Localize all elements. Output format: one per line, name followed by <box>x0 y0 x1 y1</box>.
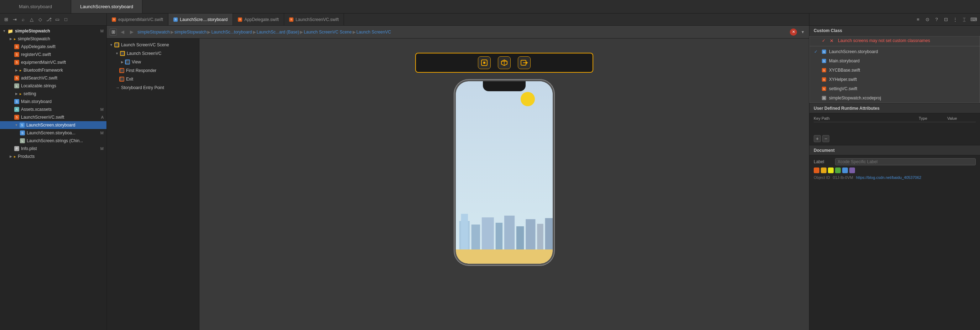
breadcrumb-item-6[interactable]: Launch ScreenVC <box>356 30 391 35</box>
breadcrumb-item-2[interactable]: simpleStopwatch <box>175 30 207 35</box>
forward-btn[interactable]: ▶ <box>128 29 135 36</box>
breadcrumb-item-1[interactable]: simpleStopwatch <box>137 30 170 35</box>
dropdown-item-settingvc[interactable]: S settingVC.swift <box>810 84 980 93</box>
right-icon-toggle[interactable]: ⊡ <box>942 16 950 23</box>
sidebar-item-launchscreen-strings[interactable]: L LaunchScreen.strings (Chin... <box>0 137 107 145</box>
file-tab-equipment[interactable]: S equipmentMainVC.swift <box>107 14 169 25</box>
dropdown-item-warning[interactable]: ✓ ✕ Launch screens may not set custom cl… <box>810 36 980 45</box>
sidebar-icon-diamond[interactable]: ◇ <box>37 16 43 23</box>
storyboard-canvas[interactable] <box>199 38 809 330</box>
right-icon-code[interactable]: ⌨ <box>970 16 977 23</box>
sidebar-icon-branch[interactable]: ⎇ <box>46 16 52 23</box>
dropdown-item-xyhelper[interactable]: S XYHelper.swift <box>810 75 980 84</box>
right-icon-list[interactable]: ≡ <box>915 16 921 23</box>
chevron-down-breadcrumb[interactable]: ▾ <box>799 29 806 36</box>
back-btn[interactable]: ◀ <box>119 29 126 36</box>
triangle-group <box>8 37 13 41</box>
color-dot-green[interactable] <box>835 167 841 173</box>
close-btn-breadcrumb[interactable]: ✕ <box>790 29 797 36</box>
phone-bottom <box>456 249 553 264</box>
sidebar-item-root[interactable]: 📁 simpleStopwatch M <box>0 27 107 35</box>
file-icon-xyhelper: S <box>822 77 826 81</box>
tab-label-launchscreenvc: LaunchScreenVC.swift <box>296 17 339 22</box>
info-plist-badge: M <box>100 147 103 151</box>
sidebar-item-products[interactable]: ▸ Products <box>0 153 107 160</box>
color-dot-yellow[interactable] <box>821 167 827 173</box>
grid-icon-toolbar[interactable]: ⊞ <box>110 29 117 36</box>
buildings-svg <box>456 207 553 249</box>
attr-rows-empty <box>814 122 976 133</box>
sidebar-item-info-plist[interactable]: P Info.plist M <box>0 145 107 153</box>
sidebar-item-equipmentmainvc[interactable]: S equipmentMainVC.swift <box>0 59 107 66</box>
sidebar-item-addsearch[interactable]: S addSearchVC.swift <box>0 74 107 82</box>
sidebar-item-launchscreen-base[interactable]: S LaunchScreen.storyboa... M <box>0 129 107 137</box>
object-id-row: Object ID 01J-Ib-0VM https://blog.csdn.n… <box>814 175 976 180</box>
dropdown-item-launchscreen[interactable]: S LaunchScreen.storyboard <box>810 47 980 56</box>
scene-label-entry: Storyboard Entry Point <box>121 85 164 90</box>
file-tab-launchscreen[interactable]: S LaunchScre....storyboard <box>169 14 233 25</box>
sidebar-item-setting[interactable]: ▸ setting <box>0 90 107 98</box>
sidebar-icon-grid[interactable]: ⊞ <box>3 16 9 23</box>
swift-icon-addsearch: S <box>14 75 19 81</box>
device-icon-square[interactable] <box>478 56 491 69</box>
dropdown-item-main[interactable]: S Main.storyboard <box>810 56 980 65</box>
tab-icon-equipment: S <box>112 18 116 22</box>
sidebar-item-main-storyboard[interactable]: S Main.storyboard <box>0 98 107 105</box>
scene-item-first-responder[interactable]: ▶ ⬛ First Responder <box>107 66 199 75</box>
sidebar-item-appdelegate[interactable]: S AppDelegate.swift <box>0 43 107 51</box>
device-icon-arrow[interactable] <box>518 56 531 69</box>
scene-item-view[interactable]: ▶ ⬛ View <box>107 58 199 66</box>
tab-main-storyboard[interactable]: Main.storyboard <box>0 0 71 13</box>
attr-remove-btn[interactable]: − <box>822 135 829 142</box>
sidebar-item-localizable[interactable]: L Localizable.strings <box>0 82 107 90</box>
file-tab-launchscreenvc[interactable]: S LaunchScreenVC.swift <box>284 14 344 25</box>
right-icon-align[interactable]: ⌶ <box>961 16 968 23</box>
sidebar-item-assets[interactable]: A Assets.xcassets M <box>0 105 107 113</box>
scene-item-entry-point[interactable]: → Storyboard Entry Point <box>107 83 199 92</box>
dd-label-xycbbase: XYCBBase.swift <box>829 68 860 73</box>
breadcrumb-item-3[interactable]: LaunchSc...toryboard <box>211 30 252 35</box>
warning-text: Launch screens may not set custom classn… <box>838 38 930 43</box>
file-tab-appdelegate[interactable]: S AppDelegate.swift <box>233 14 284 25</box>
breadcrumb-item-5[interactable]: Launch ScreenVC Scene <box>304 30 352 35</box>
sidebar-icon-search[interactable]: ⌕ <box>20 16 26 23</box>
dropdown-item-xycbbase[interactable]: S XYCBBase.swift <box>810 65 980 75</box>
scene-label-view: View <box>132 59 141 64</box>
file-icon-settingvc: S <box>822 87 826 91</box>
sidebar-item-bluetooth[interactable]: ▸ BluetoothFramework <box>0 66 107 74</box>
right-icon-circle[interactable]: ⊙ <box>924 16 931 23</box>
scene-triangle-scene: ▼ <box>110 43 113 47</box>
tab-launch-storyboard[interactable]: LaunchScreen.storyboard <box>71 0 142 13</box>
sidebar-item-launchscreen-storyboard[interactable]: S LaunchScreen.storyboard <box>0 121 107 129</box>
right-icon-question[interactable]: ? <box>933 16 940 23</box>
color-dot-orange[interactable] <box>814 167 819 173</box>
color-dot-purple[interactable] <box>849 167 855 173</box>
scene-item-exit[interactable]: ▶ ⬛ Exit <box>107 75 199 83</box>
sidebar-icon-square[interactable]: □ <box>63 16 69 23</box>
sidebar-item-launchscreenvc[interactable]: S LaunchScreenVC.swift A <box>0 113 107 121</box>
scene-item-launchscreenvc[interactable]: ▼ ⬛ Launch ScreenVC <box>107 49 199 58</box>
device-icon-cube[interactable] <box>498 56 511 69</box>
tab-label-equipment: equipmentMainVC.swift <box>118 17 163 22</box>
sidebar-item-simpleStopwatch-group[interactable]: ▸ simpleStopwatch <box>0 35 107 43</box>
sidebar-icon-warning[interactable]: △ <box>29 16 35 23</box>
breadcrumb-sep-2: ▶ <box>207 30 210 35</box>
document-label-row: Label <box>814 158 976 165</box>
svg-rect-1 <box>483 62 485 64</box>
scene-item-launchscreenvc-scene[interactable]: ▼ ⬛ Launch ScreenVC Scene <box>107 41 199 49</box>
sidebar-item-registervc[interactable]: S registerVC.swift <box>0 51 107 59</box>
attr-col-key: Key Path <box>814 116 919 120</box>
breadcrumb-item-4[interactable]: LaunchSc...ard (Base) <box>257 30 299 35</box>
object-id-label: Object ID <box>814 175 830 180</box>
sidebar-icon-rect[interactable]: ▭ <box>54 16 60 23</box>
object-id-link[interactable]: https://blog.csdn.net/baidu_40537062 <box>856 175 921 180</box>
scene-label-exit: Exit <box>126 77 133 81</box>
group-label: simpleStopwatch <box>18 37 50 41</box>
attr-add-btn[interactable]: + <box>814 135 821 142</box>
right-icon-lines[interactable]: ⋮ <box>951 16 959 23</box>
doc-label-input[interactable] <box>835 158 976 165</box>
dropdown-item-xcodeproj[interactable]: X simpleStopwatch.xcodeproj <box>810 93 980 103</box>
color-dot-blue[interactable] <box>842 167 848 173</box>
sidebar-icon-indent[interactable]: ⇥ <box>11 16 18 23</box>
color-dot-lime[interactable] <box>828 167 834 173</box>
